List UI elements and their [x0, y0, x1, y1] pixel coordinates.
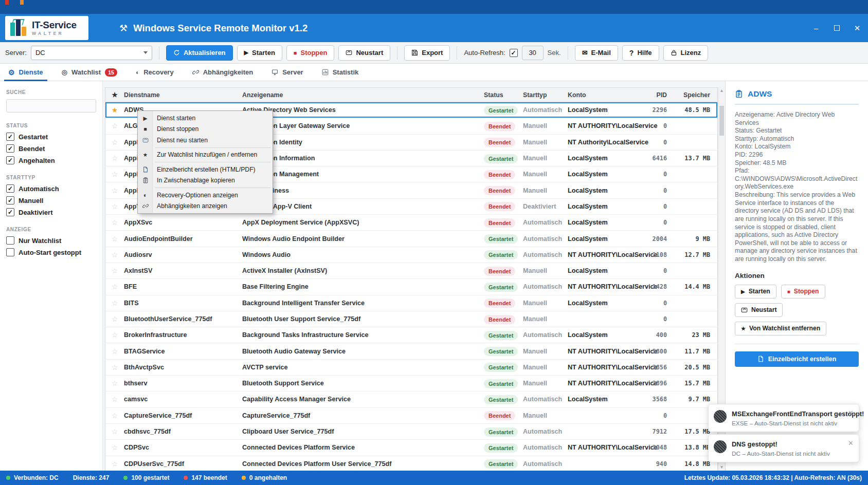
star-outline-icon[interactable]: ☆ — [105, 427, 124, 436]
scroll-down-icon[interactable]: ▼ — [718, 465, 725, 470]
maximize-button[interactable] — [833, 24, 840, 32]
refresh-button[interactable]: Aktualisieren — [166, 45, 233, 61]
tab-statistik[interactable]: Statistik — [322, 64, 359, 81]
table-row[interactable]: ☆BthAvctpSvcAVCTP serviceGestartetManuel… — [105, 360, 717, 376]
star-outline-icon[interactable]: ☆ — [105, 299, 124, 307]
tab-watchlist[interactable]: ◎Watchlist15 — [62, 64, 117, 81]
context-menu-item[interactable]: ★Zur Watchlist hinzufügen / entfernen — [138, 150, 273, 161]
column-header-speicher[interactable]: Speicher — [667, 91, 710, 99]
star-outline-icon[interactable]: ☆ — [105, 395, 124, 403]
start-button[interactable]: ▶ Starten — [237, 45, 282, 61]
table-row[interactable]: ☆BluetoothUserService_775dfBluetooth Use… — [105, 311, 717, 327]
stop-button[interactable]: ■ Stoppen — [286, 45, 335, 61]
star-outline-icon[interactable]: ☆ — [105, 202, 124, 211]
tab-recovery[interactable]: ◐Recovery — [136, 64, 174, 81]
context-menu-item[interactable]: ◐Recovery-Optionen anzeigen — [138, 190, 273, 201]
context-menu-item[interactable]: ■Dienst stoppen — [138, 124, 273, 135]
context-menu-item[interactable]: In Zwischenablage kopieren — [138, 175, 273, 186]
context-menu-item[interactable]: Abhängigkeiten anzeigen — [138, 201, 273, 212]
filter-option[interactable]: ✓Beendet — [6, 144, 96, 153]
star-outline-icon[interactable]: ☆ — [105, 138, 124, 146]
star-outline-icon[interactable]: ☆ — [105, 283, 124, 291]
action-von-watchlist-entfernen-button[interactable]: ★Von Watchlist entfernen — [735, 322, 826, 335]
close-icon[interactable]: ✕ — [848, 439, 854, 457]
filter-option[interactable]: ✓Manuell — [6, 196, 96, 204]
filter-option[interactable]: Auto-Start gestoppt — [6, 248, 96, 256]
table-row[interactable]: ☆BFEBase Filtering EngineGestartetAutoma… — [105, 279, 717, 295]
star-outline-icon[interactable]: ☆ — [105, 251, 124, 259]
filter-option[interactable]: ✓Deaktiviert — [6, 208, 96, 216]
column-header-konto[interactable]: Konto — [568, 91, 620, 99]
filter-option[interactable]: ✓Angehalten — [6, 156, 96, 164]
star-outline-icon[interactable]: ☆ — [105, 267, 124, 275]
filter-option[interactable]: ✓Automatisch — [6, 184, 96, 193]
email-button[interactable]: ✉ E-Mail — [575, 45, 618, 61]
close-button[interactable]: ✕ — [854, 24, 861, 33]
close-icon[interactable]: ✕ — [848, 409, 854, 427]
star-outline-icon[interactable]: ☆ — [105, 186, 124, 195]
tab-server[interactable]: Server — [272, 64, 303, 81]
table-row[interactable]: ☆camsvcCapability Access Manager Service… — [105, 391, 717, 407]
star-outline-icon[interactable]: ☆ — [105, 412, 124, 420]
create-report-button[interactable]: Einzelbericht erstellen — [735, 351, 859, 367]
action-neustart-button[interactable]: Neustart — [735, 303, 783, 317]
filter-option[interactable]: Nur Watchlist — [6, 236, 96, 245]
column-header-starttyp[interactable]: Starttyp — [523, 91, 568, 99]
star-outline-icon[interactable]: ☆ — [105, 460, 124, 468]
action-starten-button[interactable]: ▶Starten — [735, 285, 776, 299]
checkbox-icon[interactable]: ✓ — [6, 144, 14, 153]
scroll-up-icon[interactable]: ▲ — [718, 88, 725, 93]
export-button[interactable]: Export — [404, 45, 450, 61]
context-menu-item[interactable]: Dienst neu starten — [138, 135, 273, 146]
checkbox-icon[interactable]: ✓ — [6, 196, 14, 204]
star-outline-icon[interactable]: ☆ — [105, 443, 124, 452]
checkbox-icon[interactable]: ✓ — [6, 208, 14, 216]
star-outline-icon[interactable]: ☆ — [105, 347, 124, 356]
column-header-status[interactable]: Status — [484, 91, 523, 99]
table-row[interactable]: ☆AppXSvcAppX Deployment Service (AppXSVC… — [105, 215, 717, 231]
action-stoppen-button[interactable]: ■Stoppen — [781, 285, 825, 299]
star-outline-icon[interactable]: ☆ — [105, 218, 124, 227]
star-outline-icon[interactable]: ☆ — [105, 154, 124, 162]
star-outline-icon[interactable]: ☆ — [105, 331, 124, 339]
table-row[interactable]: ☆CDPSvcConnected Devices Platform Servic… — [105, 440, 717, 456]
help-button[interactable]: ? Hilfe — [622, 45, 659, 61]
column-header-pid[interactable]: PID — [620, 91, 667, 99]
table-row[interactable]: ☆BrokerInfrastructureBackground Tasks In… — [105, 327, 717, 343]
license-button[interactable]: Lizenz — [663, 45, 709, 61]
table-row[interactable]: ☆AxInstSVActiveX Installer (AxInstSV)Bee… — [105, 263, 717, 279]
table-row[interactable]: ☆AudiosrvWindows AudioGestartetAutomatis… — [105, 247, 717, 263]
table-row[interactable]: ☆CDPUserSvc_775dfConnected Devices Platf… — [105, 456, 717, 471]
column-header-display[interactable]: Anzeigename — [242, 91, 484, 99]
table-row[interactable]: ☆BITSBackground Intelligent Transfer Ser… — [105, 295, 717, 311]
star-outline-icon[interactable]: ☆ — [105, 363, 124, 371]
checkbox-icon[interactable]: ✓ — [6, 156, 14, 164]
tab-abhängigkeiten[interactable]: Abhängigkeiten — [192, 64, 254, 81]
star-outline-icon[interactable]: ☆ — [105, 235, 124, 243]
table-row[interactable]: ☆AudioEndpointBuilderWindows Audio Endpo… — [105, 231, 717, 247]
scrollbar-thumb[interactable] — [719, 106, 724, 136]
minimize-button[interactable]: – — [812, 24, 820, 32]
star-filled-icon[interactable]: ★ — [105, 106, 124, 114]
context-menu-item[interactable]: Einzelbericht erstellen (HTML/PDF) — [138, 164, 273, 175]
search-input[interactable] — [6, 99, 96, 113]
star-outline-icon[interactable]: ☆ — [105, 379, 124, 387]
checkbox-icon[interactable]: ✓ — [6, 133, 14, 141]
star-outline-icon[interactable]: ☆ — [105, 315, 124, 323]
interval-input[interactable]: 30 — [522, 46, 544, 60]
star-outline-icon[interactable]: ☆ — [105, 170, 124, 178]
table-row[interactable]: ☆BTAGServiceBluetooth Audio Gateway Serv… — [105, 343, 717, 359]
server-select[interactable]: DC — [31, 46, 152, 60]
restart-button[interactable]: Neustart — [338, 45, 390, 61]
filter-option[interactable]: ✓Gestartet — [6, 133, 96, 141]
checkbox-icon[interactable] — [6, 248, 14, 256]
auto-refresh-checkbox[interactable]: ✓ — [510, 49, 518, 57]
table-row[interactable]: ☆CaptureService_775dfCaptureService_775d… — [105, 408, 717, 424]
tab-dienste[interactable]: ⚙Dienste — [8, 64, 43, 81]
checkbox-icon[interactable]: ✓ — [6, 184, 14, 193]
context-menu-item[interactable]: ▶Dienst starten — [138, 113, 273, 124]
checkbox-icon[interactable] — [6, 236, 14, 245]
column-header-name[interactable]: Dienstname — [124, 91, 242, 99]
table-row[interactable]: ☆bthservBluetooth Support ServiceGestart… — [105, 376, 717, 391]
star-outline-icon[interactable]: ☆ — [105, 122, 124, 130]
